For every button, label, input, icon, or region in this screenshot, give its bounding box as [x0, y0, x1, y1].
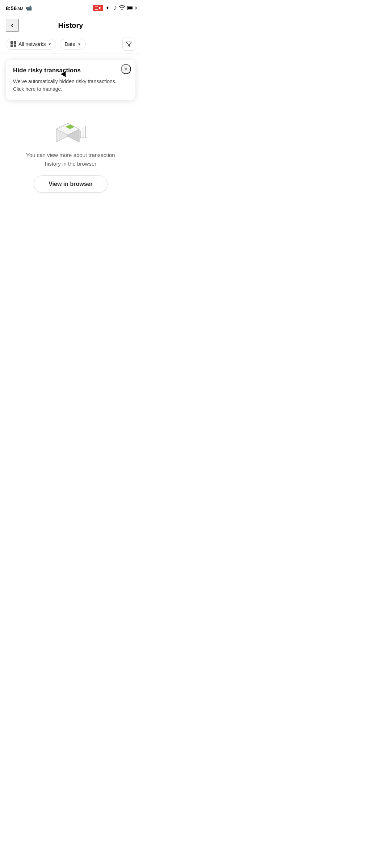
network-filter-chip[interactable]: All networks ▼	[6, 39, 56, 50]
time-text: 8:56	[6, 5, 17, 11]
date-dropdown-arrow-icon: ▼	[77, 42, 81, 46]
rec-rect	[95, 7, 98, 10]
filter-right	[122, 38, 135, 51]
filter-bar: All networks ▼ Date ▼	[0, 35, 141, 54]
risky-card[interactable]: ✕ Hide risky transactions We've automati…	[6, 60, 135, 100]
main-content: ✕ Hide risky transactions We've automati…	[0, 54, 141, 204]
wifi-icon	[119, 5, 125, 11]
status-icons-right: ✦ ☽	[93, 5, 135, 11]
moon-icon: ☽	[112, 5, 117, 11]
network-dropdown-arrow-icon: ▼	[48, 42, 51, 46]
nav-header: ‹ History	[0, 16, 141, 35]
risky-card-title: Hide risky transactions	[13, 67, 128, 74]
date-filter-chip[interactable]: Date ▼	[60, 39, 85, 50]
funnel-icon	[126, 41, 132, 47]
video-icon: 📹	[26, 5, 32, 11]
empty-state: You can view more about transaction hist…	[6, 109, 135, 199]
grid-icon	[10, 41, 16, 47]
status-bar: 8:56 AM 📹 ✦ ☽	[0, 0, 141, 16]
back-arrow-icon: ‹	[11, 21, 13, 29]
risky-card-description: We've automatically hidden risky transac…	[13, 78, 128, 93]
back-button[interactable]: ‹	[6, 19, 19, 32]
view-in-browser-button[interactable]: View in browser	[34, 175, 108, 193]
close-icon: ✕	[124, 66, 128, 72]
battery-fill	[128, 7, 133, 9]
risky-card-close-button[interactable]: ✕	[121, 64, 131, 74]
battery-icon	[127, 6, 135, 10]
am-pm-text: AM	[17, 7, 24, 11]
bluetooth-icon: ✦	[105, 5, 110, 11]
record-icon	[93, 5, 103, 11]
grid-icon-shape	[10, 41, 16, 47]
rec-triangle	[99, 7, 101, 9]
network-filter-label: All networks	[18, 41, 46, 47]
status-time: 8:56 AM	[6, 5, 24, 11]
empty-state-text: You can view more about transaction hist…	[20, 151, 121, 168]
iso-box-svg	[52, 115, 89, 144]
iso-illustration	[52, 115, 89, 144]
filter-icon-button[interactable]	[122, 38, 135, 51]
page-title: History	[58, 21, 83, 30]
date-filter-label: Date	[64, 41, 75, 47]
